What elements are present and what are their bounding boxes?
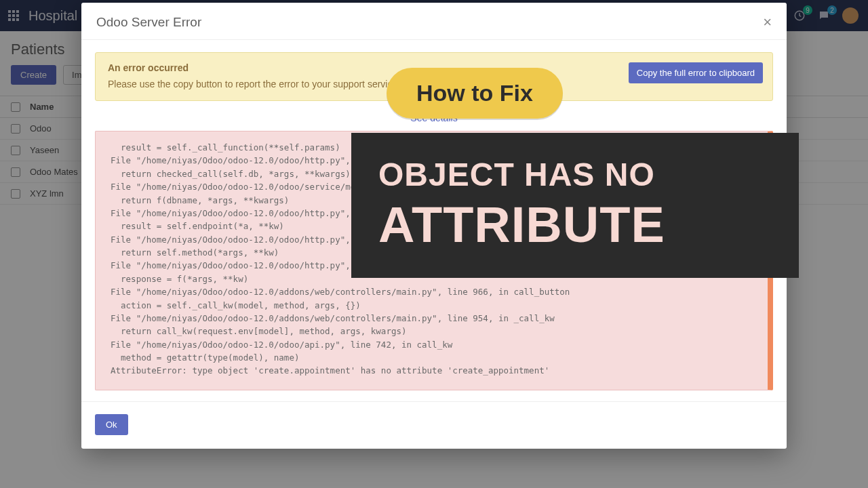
- tutorial-line1: OBJECT HAS NO: [378, 156, 772, 193]
- tutorial-title-block: OBJECT HAS NO ATTRIBUTE: [351, 133, 799, 278]
- ok-button[interactable]: Ok: [95, 414, 128, 435]
- modal-title: Odoo Server Error: [96, 15, 201, 30]
- modal-footer: Ok: [81, 401, 787, 449]
- close-icon[interactable]: ×: [763, 15, 772, 30]
- modal-header: Odoo Server Error ×: [81, 3, 787, 40]
- tutorial-line2: ATTRIBUTE: [378, 196, 772, 253]
- copy-error-button[interactable]: Copy the full error to clipboard: [629, 62, 763, 83]
- tutorial-pill: How to Fix: [387, 68, 563, 119]
